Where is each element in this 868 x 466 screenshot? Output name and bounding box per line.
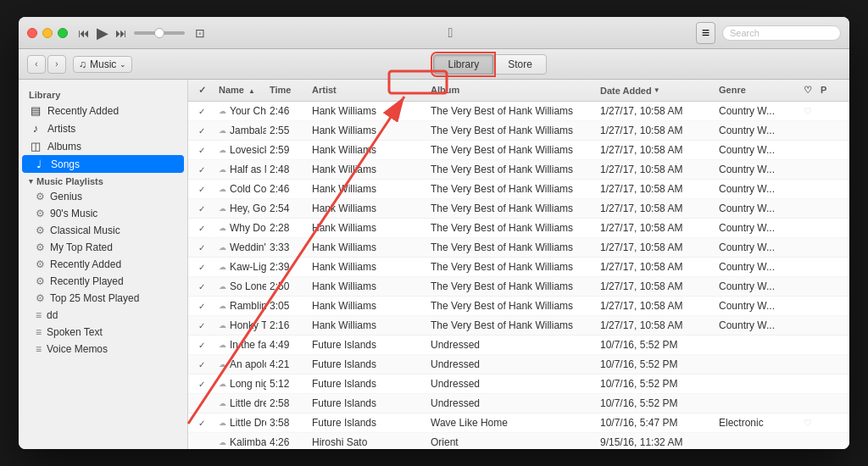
table-row[interactable]: ✓ ☁ Ramblin' Man 3:05 Hank Williams The … [188,297,849,316]
genre-column-header[interactable]: Genre [715,83,800,97]
row-genre: Country W... [715,181,800,197]
row-check: ✓ [195,222,215,235]
row-heart[interactable] [800,168,817,171]
check-column-header: ✓ [195,83,215,97]
album-column-header[interactable]: Album [427,83,597,97]
playlist-dd[interactable]: ≡ dd [19,307,187,324]
music-dropdown[interactable]: ♫ Music ⌄ [73,56,132,73]
row-date: 1/27/17, 10:58 AM [597,259,715,275]
songs-table: ✓ ☁ Your Cheatin' Heart 2:46 Hank Willia… [188,102,849,449]
time-column-header[interactable]: Time [266,83,309,97]
playlist-top-rated[interactable]: ⚙ My Top Rated [19,239,187,256]
table-row[interactable]: ✓ ☁ Weddin' Bells 3:33 Hank Williams The… [188,238,849,258]
playlist-top25[interactable]: ⚙ Top 25 Most Played [19,290,187,307]
library-section-label: Library [19,86,187,102]
table-row[interactable]: ✓ ☁ An apology 4:21 Future Islands Undre… [188,355,849,374]
search-input[interactable]: Search [722,25,841,41]
row-heart[interactable]: ♡ [800,104,817,119]
row-heart[interactable] [800,402,817,405]
row-heart[interactable] [800,441,817,444]
playlist-spoken[interactable]: ≡ Spoken Text [19,324,187,341]
albums-icon: ◫ [29,140,42,153]
cloud-icon: ☁ [219,224,226,232]
minimize-button[interactable] [42,28,53,38]
table-row[interactable]: ☁ Kalimba Night 4:26 Hiroshi Sato Orient… [188,433,849,449]
row-album: Undressed [427,376,597,391]
sidebar-item-songs[interactable]: ♩ Songs [22,155,184,173]
playlist-recently-added[interactable]: ⚙ Recently Added [19,256,187,273]
table-row[interactable]: ✓ ☁ Lovesick Blues 2:59 Hank Williams Th… [188,141,849,160]
row-heart[interactable] [800,148,817,152]
row-plays [817,382,843,386]
row-time: 2:59 [266,142,309,158]
playlist-genius[interactable]: ⚙ Genius [19,188,187,205]
table-row[interactable]: ✓ ☁ Why Don't You Love Me 2:28 Hank Will… [188,219,849,238]
forward-button[interactable]: ⏭ [115,26,127,40]
library-tab[interactable]: Library [433,54,493,75]
row-check: ✓ [195,397,215,410]
sidebar-item-artists[interactable]: ♪ Artists [19,119,187,137]
forward-nav-button[interactable]: › [47,55,66,74]
row-plays [817,148,843,152]
row-album: Wave Like Home [427,415,597,430]
back-button[interactable]: ‹ [27,55,46,74]
row-heart[interactable] [800,285,817,288]
play-button[interactable]: ▶ [97,24,108,42]
cloud-icon: ☁ [219,243,226,252]
close-button[interactable] [27,28,37,38]
row-album: The Very Best of Hank Williams [427,259,597,275]
table-row[interactable]: ✓ ☁ So Lonesome I Could Cry 2:50 Hank Wi… [188,277,849,297]
row-heart[interactable] [800,207,817,210]
table-row[interactable]: ✓ ☁ Long night 5:12 Future Islands Undre… [188,374,849,394]
sidebar-item-albums[interactable]: ◫ Albums [19,137,187,155]
row-plays [817,226,843,230]
titlebar: ⏮ ▶ ⏭ ⊡  ≡ Search [19,17,849,49]
row-heart[interactable] [800,363,817,366]
row-heart[interactable] [800,265,817,269]
table-row[interactable]: ✓ ☁ Honky Tonki... 2:16 Hank Williams Th… [188,316,849,336]
row-date: 1/27/17, 10:58 AM [597,298,715,313]
row-heart[interactable] [800,343,817,347]
row-check: ✓ [195,144,215,157]
table-row[interactable]: ✓ ☁ Little Dreamer ··· ··· 3:58 Future I… [188,413,849,433]
date-column-header[interactable]: Date Added ▼ [597,83,715,97]
row-heart[interactable] [800,187,817,191]
row-date: 10/7/16, 5:52 PM [597,396,715,411]
volume-slider[interactable] [134,31,185,35]
playlist-voice[interactable]: ≡ Voice Memos [19,341,187,358]
name-column-header[interactable]: Name ▲ [215,83,266,97]
playlist-90s[interactable]: ⚙ 90's Music [19,205,187,222]
airplay-button[interactable]: ⊡ [195,26,205,40]
table-row[interactable]: ✓ ☁ Your Cheatin' Heart 2:46 Hank Willia… [188,102,849,121]
table-row[interactable]: ✓ ☁ Little dreamer 2:58 Future Islands U… [188,394,849,413]
playlists-section[interactable]: ▾ Music Playlists [19,173,187,188]
store-tab[interactable]: Store [493,54,547,75]
row-heart[interactable] [800,129,817,132]
row-heart[interactable] [800,304,817,308]
table-row[interactable]: ✓ ☁ Kaw-Liga 2:39 Hank Williams The Very… [188,258,849,277]
row-heart[interactable] [800,324,817,327]
table-row[interactable]: ✓ ☁ In the fall 4:49 Future Islands Undr… [188,336,849,355]
table-row[interactable]: ✓ ☁ Half as Much 2:48 Hank Williams The … [188,160,849,180]
menu-button[interactable]: ≡ [696,22,715,44]
playlist-recently-played[interactable]: ⚙ Recently Played [19,273,187,290]
row-name: ☁ Ramblin' Man [215,298,266,313]
song-list-header: ✓ Name ▲ Time Artist Album Date Added ▼ … [188,80,849,102]
row-heart[interactable] [800,226,817,230]
row-heart[interactable]: ♡ [800,416,817,430]
rewind-button[interactable]: ⏮ [78,26,90,40]
cloud-icon: ☁ [219,204,226,213]
row-time: 3:58 [266,415,309,430]
sidebar-item-recently-added[interactable]: ▤ Recently Added [19,102,187,119]
table-row[interactable]: ✓ ☁ Cold Cold Heart 2:46 Hank Williams T… [188,180,849,199]
playlist-classical[interactable]: ⚙ Classical Music [19,222,187,239]
maximize-button[interactable] [58,28,68,38]
row-album: The Very Best of Hank Williams [427,298,597,313]
row-heart[interactable] [800,246,817,249]
row-album: The Very Best of Hank Williams [427,318,597,333]
artist-column-header[interactable]: Artist [309,83,427,97]
itunes-window: ⏮ ▶ ⏭ ⊡  ≡ Search [19,17,849,449]
table-row[interactable]: ✓ ☁ Jambalaya 2:55 Hank Williams The Ver… [188,121,849,141]
table-row[interactable]: ✓ ☁ Hey, Good Lookin' 2:54 Hank Williams… [188,199,849,219]
row-heart[interactable] [800,382,817,386]
